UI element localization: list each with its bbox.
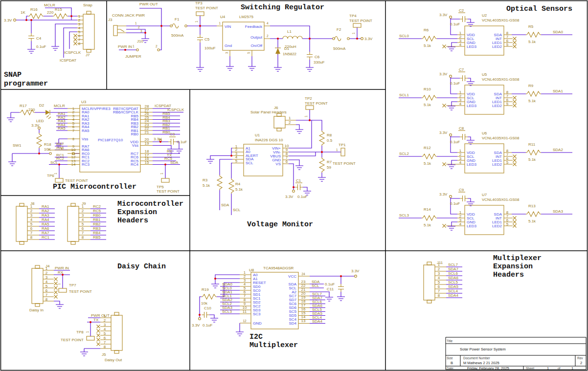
j7-pin-numbers: 12345678 <box>78 14 81 46</box>
j5-pin-numbers-2: 3 <box>104 323 106 327</box>
j4-name: Daisy In <box>29 308 44 312</box>
ref-tp8: TP8 <box>76 330 84 334</box>
mux-title-1: Multiplexer <box>493 254 542 262</box>
opt-lname: VDDSCLGNDLED3 <box>467 33 477 49</box>
u3-name-vss: Vss <box>82 137 88 141</box>
opt-components <box>422 13 541 55</box>
u3-lnum: 1234567 <box>72 107 75 133</box>
j9-pin-numbers-5: 6 <box>82 226 84 231</box>
ref-tp1: TP1 <box>339 143 346 147</box>
ref-r7: R7 <box>327 160 332 164</box>
tb-rev-label: Rev <box>577 356 583 360</box>
u3-rname3: RC7RC6RC5RC4 <box>131 152 139 167</box>
opt-3v3: 3.3V <box>439 72 448 76</box>
opt-rr-val: 5.1k <box>528 219 536 223</box>
pwr-3v3-vdd: 3.3V <box>154 137 162 141</box>
val-c10: 0.1uF <box>203 323 213 327</box>
u3-lnum3: 11121314 <box>71 152 76 167</box>
ref-sw1: SW1 <box>13 143 22 148</box>
pwr-3v3-c10: 3.3V <box>192 323 200 327</box>
u1-lnum-4: 5 <box>235 159 238 163</box>
j4-pin-numbers-4: 5 <box>45 284 48 288</box>
opt-scl-net: SCL0 <box>399 34 409 38</box>
mcu-connectors <box>16 203 90 244</box>
j8-nets-5: RA6 <box>42 226 49 231</box>
snap-title-2: programmer <box>4 80 48 88</box>
j6-pin-numbers: 12 <box>289 116 291 125</box>
u8-lname: A0A1RESETSD0SC0SD1SC1SD2SC2SD3SC3 <box>253 273 266 316</box>
j5-pin-numbers-4: 5 <box>104 331 106 336</box>
opt-cap-ref: C7 <box>459 67 464 72</box>
tb-sheet-of: of <box>558 367 561 370</box>
opt-3v3: 3.3V <box>439 131 448 135</box>
u3-rnet-5: RB0 <box>162 130 170 134</box>
u3-rname3-3: RC4 <box>131 162 139 167</box>
opt-rname-3: LED2 <box>492 104 502 108</box>
tp6-label: TEST POINT <box>65 178 88 183</box>
opt-sda-net: SDA0 <box>553 30 563 34</box>
ref-j3: J3 <box>108 18 113 22</box>
mcu-title-3: Headers <box>117 217 148 225</box>
j7-pin-numbers-7: 8 <box>78 42 81 46</box>
opt-cap-val: 0.1uF <box>450 140 460 144</box>
u8-lnets-7: SCL3 <box>222 309 232 314</box>
opt-components <box>422 192 541 235</box>
opt-rl-val: 5.1k <box>424 161 431 166</box>
j11-nets-3: SDA6 <box>448 276 458 280</box>
mcu-title-2: Expansion <box>117 208 157 217</box>
j5-name: Daisy Out <box>105 358 122 362</box>
j9-pin-numbers-4: 5 <box>82 222 84 226</box>
u3-rnum3: 18171615 <box>145 149 149 165</box>
opt-rname: SDAINTLED1LED2 <box>492 33 502 49</box>
net-pwr-in-daisy: PWR IN <box>55 266 69 270</box>
ref-d2: D2 <box>39 103 45 108</box>
net-rx-daisy: RX <box>58 270 64 275</box>
opt-rl-val: 5.1k <box>424 103 431 107</box>
opt-title: Optical Sensors <box>506 5 572 13</box>
val-c11: 0.1uF <box>325 282 335 286</box>
val-c4: 0.1uF <box>36 44 46 49</box>
u1-rname-4: VS <box>275 162 281 166</box>
val-c6: 330uF <box>314 60 325 65</box>
pwr-3v3: 3.3V <box>4 18 12 22</box>
opt-3v3: 3.3V <box>439 192 448 196</box>
u1-lname: A1A0ALERTSDASCL <box>246 146 258 165</box>
opt-rr-ref: R5 <box>528 24 534 29</box>
ref-f2: F2 <box>337 27 341 32</box>
daisy-grounds <box>56 302 88 356</box>
j9-nets-4: RB2 <box>93 222 101 226</box>
tp4-pin: 1 <box>352 32 355 34</box>
j8-pin-numbers-2: 3 <box>30 213 33 218</box>
j9-pin-numbers-3: 4 <box>82 218 84 222</box>
opt-rl-ref: R12 <box>424 146 431 150</box>
u4-name-gnd: Gnd <box>225 44 232 48</box>
val-f1: 500mA <box>171 33 184 38</box>
u4-name-feedback: Feedback <box>245 24 263 29</box>
j11-nets-4: SCL5 <box>448 280 458 284</box>
ref-r15: R15 <box>55 7 62 12</box>
opt-rl-ref: R14 <box>424 207 431 212</box>
u1-lname-4: SCL <box>246 161 253 165</box>
net-pwr-out: PWR OUT <box>139 2 158 6</box>
j8-pin-numbers-0: 1 <box>30 204 33 209</box>
j4-pin-numbers-3: 4 <box>45 280 48 284</box>
part-u3: PIC18F27Q10 <box>98 138 123 142</box>
opt-rr-val: 5.1k <box>528 99 536 103</box>
j11-pin-numbers-7: 8 <box>438 293 440 298</box>
tp2-label: TEST POINT <box>305 101 328 106</box>
section-voltage-monitor: TP2 TEST POINT 1 J6 Solar Panel Headers … <box>203 96 356 229</box>
ref-r18: R18 <box>44 142 51 147</box>
section-snap-programmer: MCLR R16 1K R15 220 3.3V C4 0.1uF Snap J… <box>4 3 94 88</box>
mcu-title-1: Microcontroller <box>117 200 183 208</box>
opt-rname-3: LED2 <box>492 44 502 49</box>
opt-lnum-3: 4 <box>459 160 462 165</box>
j9-nets-3: RB1 <box>93 218 101 222</box>
u3-rname2-1: Vss <box>132 143 138 148</box>
ref-tp3: TP3 <box>195 1 203 5</box>
tb-doc-label: Document Number <box>463 356 490 360</box>
pwr-3v3-r18: 3.3V <box>31 123 40 128</box>
j6-name: Solar Panel Headers <box>250 110 287 114</box>
j11-pin-numbers: 12345678 <box>438 262 440 298</box>
ref-f1: F1 <box>175 17 180 22</box>
u3-lname3: RC0RC1RC2RC3 <box>82 152 90 167</box>
